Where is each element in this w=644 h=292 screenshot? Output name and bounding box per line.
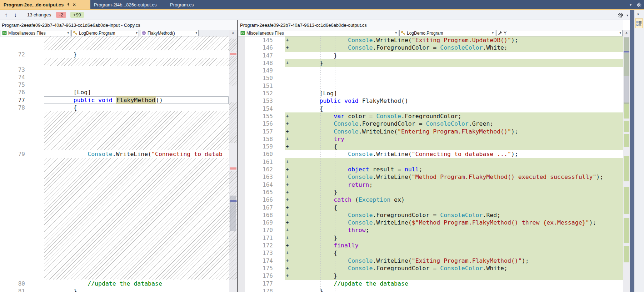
code-text: }	[45, 287, 77, 292]
left-editor-scrollbar[interactable]: ▲	[229, 30, 237, 292]
tab-list-chevron-icon[interactable]: ▾	[630, 3, 631, 7]
diff-added-line[interactable]: +172 finally	[238, 242, 623, 249]
diff-settings-gear-icon[interactable]	[618, 12, 624, 18]
scrollbar-thumb[interactable]	[624, 37, 629, 104]
code-line[interactable]: 160 Console.WriteLine("Connecting to dat…	[238, 150, 623, 158]
diff-added-line[interactable]: +170 throw;	[238, 226, 623, 234]
scroll-up-arrow-icon[interactable]: ▲	[623, 31, 630, 34]
right-type-dropdown[interactable]: LogDemo.Program ▾	[399, 30, 495, 36]
line-number: 158	[253, 135, 273, 143]
diff-added-line[interactable]: +168 Console.ForegroundColor = ConsoleCo…	[238, 211, 623, 219]
diff-added-line[interactable]: +155 var color = Console.ForegroundColor…	[238, 112, 623, 120]
overview-hatch-mark	[229, 39, 237, 52]
diff-added-line[interactable]: +173 {	[238, 249, 623, 257]
code-line[interactable]: 76 [Log]	[0, 89, 229, 96]
code-text: public void FlakyMethod()	[45, 96, 163, 104]
code-text: {	[45, 104, 77, 111]
right-member-dropdown[interactable]: Y ▾	[496, 30, 623, 36]
code-line[interactable]: 78 {	[0, 104, 229, 111]
code-line[interactable]: 80 //update the database	[0, 280, 229, 287]
code-line[interactable]: 79 Console.WriteLine("Connecting to data…	[0, 150, 229, 158]
tab-program-cs[interactable]: Program.cs	[166, 0, 215, 9]
diff-added-line[interactable]: +166 catch (Exception ex)	[238, 196, 623, 203]
right-editor-pane[interactable]: +145 Console.WriteLine("Exiting Program.…	[238, 36, 623, 292]
line-number: 78	[0, 104, 25, 111]
overview-removed-mark	[230, 53, 236, 55]
code-line[interactable]: 73	[0, 66, 229, 74]
code-line[interactable]: 75	[0, 81, 229, 89]
diff-added-line[interactable]: +164 return;	[238, 181, 623, 188]
code-line[interactable]: 153 public void FlakyMethod()	[238, 97, 623, 105]
line-number: 150	[253, 74, 273, 82]
code-line[interactable]: 147 }	[238, 52, 623, 59]
diff-added-line[interactable]: +157 Console.WriteLine("Entering Program…	[238, 128, 623, 135]
code-line[interactable]: 154 {	[238, 105, 623, 112]
left-project-dropdown[interactable]: C# Miscellaneous Files ▾	[1, 30, 70, 36]
diff-added-line[interactable]: +165 }	[238, 188, 623, 196]
code-line[interactable]: 151	[238, 82, 623, 90]
side-toolbar-chevron-icon[interactable]: ▾	[637, 12, 639, 16]
code-text: }	[291, 52, 337, 59]
diff-added-line[interactable]: +167 {	[238, 204, 623, 211]
code-line[interactable]: 72 }	[0, 51, 229, 58]
code-line[interactable]: 150	[238, 74, 623, 82]
inline-diff-toggle-button[interactable]	[635, 19, 643, 28]
code-text: {	[291, 143, 337, 150]
diff-added-line[interactable]: +148 }	[238, 59, 623, 67]
tab-program-2ee-output[interactable]: Program-2ee...de-output.cs ✕	[0, 0, 90, 9]
pane-divider[interactable]	[237, 20, 238, 292]
collapsed-region-hatch[interactable]	[0, 158, 229, 280]
line-number: 145	[253, 36, 273, 44]
code-line[interactable]: 77 public void FlakyMethod()	[0, 96, 229, 104]
added-line-plus-glyph: +	[286, 158, 289, 166]
right-project-dropdown[interactable]: C# Miscellaneous Files ▾	[239, 30, 398, 36]
left-member-dropdown[interactable]: FlakyMethod() ▾	[140, 30, 199, 36]
diff-added-line[interactable]: +146 Console.ForegroundColor = ConsoleCo…	[238, 44, 623, 51]
collapsed-region-hatch[interactable]	[0, 58, 229, 66]
next-change-button[interactable]: ↓	[11, 12, 20, 18]
code-line[interactable]: 152 [Log]	[238, 90, 623, 97]
diff-added-line[interactable]: +169 Console.WriteLine($"Method Program.…	[238, 219, 623, 226]
scroll-up-arrow-icon[interactable]: ▲	[229, 31, 237, 34]
diff-added-line[interactable]: +171 }	[238, 234, 623, 242]
diff-added-line[interactable]: +145 Console.WriteLine("Exiting Program.…	[238, 36, 623, 44]
code-text: var color = Console.ForegroundColor;	[291, 112, 461, 120]
tab-program-2f4b-output[interactable]: Program-2f4b...826c-output.cs	[90, 0, 166, 9]
diff-added-line[interactable]: +176 }	[238, 272, 623, 280]
tabbar-gear-icon[interactable]	[636, 2, 642, 7]
diff-added-line[interactable]: +161	[238, 158, 623, 166]
chevron-down-icon: ▾	[136, 31, 138, 35]
code-text: Console.ForegroundColor = ConsoleColor.G…	[291, 120, 493, 127]
diff-added-line[interactable]: +175 Console.ForegroundColor = ConsoleCo…	[238, 265, 623, 272]
pin-icon[interactable]	[66, 2, 70, 7]
code-line[interactable]: 178 }	[238, 287, 623, 292]
settings-chevron-icon[interactable]: ▾	[626, 13, 628, 17]
code-line[interactable]: 149	[238, 67, 623, 74]
previous-change-button[interactable]: ↑	[1, 12, 11, 18]
line-number: 163	[253, 173, 273, 181]
code-line[interactable]: 177 //update the database	[238, 280, 623, 287]
right-file-path: Program-2eeafe09-23b7-40a7-9613-cc1d6e6a…	[240, 22, 367, 28]
scrollbar-thumb[interactable]	[230, 196, 236, 231]
added-line-plus-glyph: +	[286, 143, 289, 150]
diff-added-line[interactable]: +159 {	[238, 143, 623, 150]
diff-added-line[interactable]: +174 Console.WriteLine("Exiting Program.…	[238, 257, 623, 265]
code-line[interactable]: 74	[0, 74, 229, 81]
line-number: 164	[253, 181, 273, 188]
collapsed-region-hatch[interactable]	[0, 36, 229, 51]
diff-added-line[interactable]: +156 Console.ForegroundColor = ConsoleCo…	[238, 120, 623, 127]
diff-added-line[interactable]: +158 try	[238, 135, 623, 143]
collapsed-region-hatch[interactable]	[0, 111, 229, 150]
line-number: 159	[253, 143, 273, 150]
diff-added-line[interactable]: +162 object result = null;	[238, 166, 623, 173]
code-text: finally	[291, 242, 359, 249]
method-cube-icon	[141, 31, 146, 35]
close-icon[interactable]: ✕	[73, 2, 76, 7]
left-type-dropdown[interactable]: LogDemo.Program ▾	[71, 30, 139, 36]
line-number: 161	[253, 158, 273, 166]
left-editor-pane[interactable]: 72 }73747576 [Log]77 public void FlakyMe…	[0, 36, 229, 292]
code-text: }	[291, 272, 337, 280]
diff-added-line[interactable]: +163 Console.WriteLine("Method Program.F…	[238, 173, 623, 181]
right-editor-scrollbar[interactable]: ▲	[623, 30, 630, 292]
code-line[interactable]: 81 }	[0, 287, 229, 292]
